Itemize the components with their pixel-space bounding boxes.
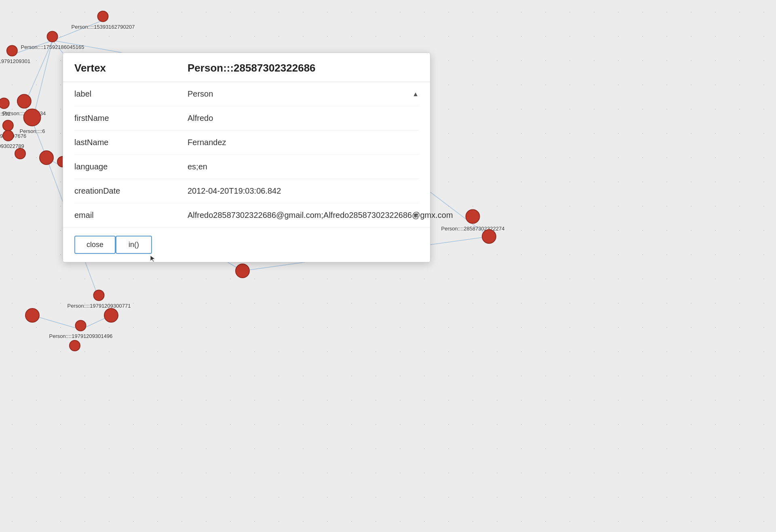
graph-node[interactable]: 96093022789 bbox=[0, 130, 24, 149]
dialog-field-value: Alfredo bbox=[188, 114, 419, 123]
node-label: Person::::15393162790207 bbox=[72, 24, 135, 30]
node-circle bbox=[39, 150, 54, 165]
node-label: Person::::19791209300771 bbox=[67, 303, 131, 309]
close-button[interactable]: close bbox=[74, 236, 116, 254]
graph-node[interactable]: :::592 bbox=[0, 98, 11, 117]
dialog-field-key: lastName bbox=[74, 138, 188, 147]
in-button[interactable]: in() bbox=[116, 236, 152, 254]
dialog-field-value: es;en bbox=[188, 162, 419, 171]
dialog-field-value: Fernandez bbox=[188, 138, 419, 147]
graph-node[interactable]: Person::::19791209300771 bbox=[67, 290, 131, 309]
dialog-rows-container: labelPerson▲firstNameAlfredolastNameFern… bbox=[74, 82, 419, 227]
node-circle bbox=[6, 45, 18, 57]
dialog-field-key: creationDate bbox=[74, 186, 188, 196]
node-circle bbox=[15, 148, 26, 159]
expand-arrow-icon[interactable]: ▼ bbox=[412, 212, 419, 219]
collapse-arrow-icon[interactable]: ▲ bbox=[412, 91, 419, 98]
dialog-footer: closein() bbox=[63, 227, 430, 262]
node-circle bbox=[93, 290, 105, 301]
node-label: :::592 bbox=[0, 111, 11, 117]
node-circle bbox=[0, 98, 10, 109]
graph-node[interactable] bbox=[482, 229, 496, 244]
graph-node[interactable] bbox=[104, 308, 118, 323]
node-circle bbox=[235, 264, 250, 278]
graph-node[interactable]: :::19791209301 bbox=[0, 45, 30, 64]
graph-node[interactable] bbox=[39, 150, 54, 165]
dialog-field-key: email bbox=[74, 211, 188, 220]
dialog-field-row: labelPerson▲ bbox=[74, 82, 419, 106]
node-label: :::19791209301 bbox=[0, 58, 30, 64]
dialog-field-key: firstName bbox=[74, 114, 188, 123]
dialog-header-label: Vertex bbox=[74, 62, 188, 74]
node-circle bbox=[97, 11, 109, 22]
node-circle bbox=[75, 320, 86, 331]
node-circle bbox=[2, 120, 14, 131]
graph-node[interactable] bbox=[15, 148, 26, 159]
graph-node[interactable]: Person::::15393162790207 bbox=[72, 11, 135, 30]
node-circle bbox=[47, 31, 58, 42]
dialog-field-value: Person bbox=[188, 89, 419, 99]
node-circle bbox=[25, 308, 40, 323]
dialog-field-row: emailAlfredo28587302322686@gmail.com;Alf… bbox=[74, 203, 419, 227]
node-circle bbox=[69, 340, 80, 351]
dialog-field-row: lastNameFernandez bbox=[74, 131, 419, 155]
dialog-field-key: label bbox=[74, 89, 188, 99]
dialog-field-value: 2012-04-20T19:03:06.842 bbox=[188, 186, 419, 196]
node-circle bbox=[2, 130, 14, 141]
dialog-field-row: languagees;en bbox=[74, 155, 419, 179]
dialog-header-value: Person:::28587302322686 bbox=[188, 62, 316, 74]
node-circle bbox=[104, 308, 118, 323]
dialog-header: Vertex Person:::28587302322686 bbox=[63, 53, 430, 82]
dialog-body: labelPerson▲firstNameAlfredolastNameFern… bbox=[63, 82, 430, 227]
graph-node[interactable] bbox=[235, 264, 250, 278]
node-label: Person::::19791209301496 bbox=[49, 333, 113, 339]
node-circle bbox=[17, 94, 32, 109]
dialog-field-key: language bbox=[74, 162, 188, 171]
dialog-buttons-container: closein() bbox=[74, 236, 152, 254]
node-circle bbox=[482, 229, 496, 244]
dialog-field-row: firstNameAlfredo bbox=[74, 106, 419, 131]
node-circle bbox=[466, 209, 480, 224]
graph-node[interactable]: Person::::19791209301496 bbox=[49, 320, 113, 339]
graph-node[interactable] bbox=[25, 308, 40, 323]
vertex-dialog: Vertex Person:::28587302322686 labelPers… bbox=[63, 53, 430, 262]
graph-node[interactable] bbox=[69, 340, 80, 351]
dialog-field-row: creationDate2012-04-20T19:03:06.842 bbox=[74, 179, 419, 203]
